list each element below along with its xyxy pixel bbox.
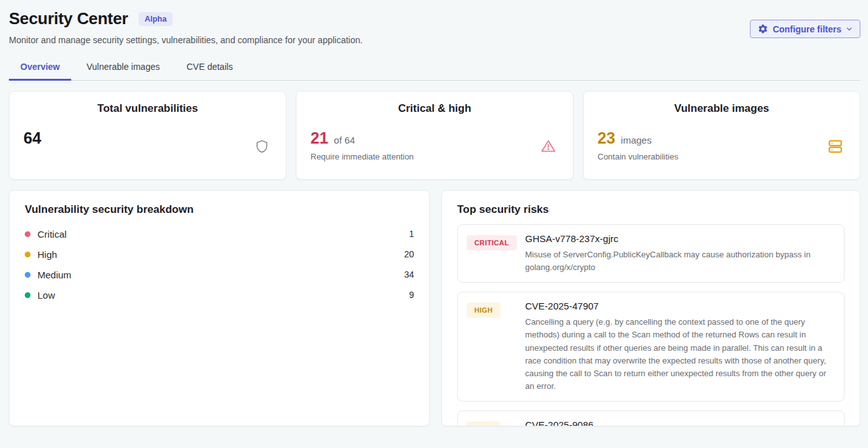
legend-label: High: [37, 249, 57, 260]
medium-dot-icon: [25, 272, 30, 278]
tab-cve-details[interactable]: CVE details: [175, 56, 244, 81]
high-dot-icon: [25, 252, 30, 257]
stat-card-total-vulnerabilities: Total vulnerabilities 64: [9, 91, 286, 180]
risk-id: CVE-2025-47907: [525, 301, 835, 311]
stat-card-title: Total vulnerabilities: [23, 102, 272, 115]
low-dot-icon: [25, 292, 30, 298]
legend-row-high: High 20: [25, 244, 414, 264]
legend-label: Medium: [37, 269, 71, 280]
server-icon: [827, 139, 843, 157]
tab-bar: Overview Vulnerable images CVE details: [9, 56, 860, 81]
breakdown-legend: Critical 1 High 20 Medium 34 Low 9: [25, 224, 414, 305]
risk-card-cve-2025-9086[interactable]: HIGH CVE-2025-9086: [457, 411, 845, 426]
vulnerable-images-value: 23: [598, 129, 615, 147]
alpha-badge: Alpha: [138, 12, 173, 26]
warning-triangle-icon: [540, 139, 556, 156]
gear-icon: [758, 24, 768, 34]
breakdown-title: Vulnerability security breakdown: [25, 203, 414, 216]
legend-value: 1: [409, 229, 414, 239]
risk-card-ghsa-v778-237x-gjrc[interactable]: CRITICAL GHSA-v778-237x-gjrc Misuse of S…: [457, 224, 845, 283]
risk-id: CVE-2025-9086: [525, 419, 835, 426]
configure-filters-button[interactable]: Configure filters: [750, 20, 860, 38]
tab-vulnerable-images[interactable]: Vulnerable images: [75, 56, 171, 81]
page-header: Security Center Alpha: [9, 9, 860, 29]
risk-list: CRITICAL GHSA-v778-237x-gjrc Misuse of S…: [457, 224, 845, 426]
risk-description: Misuse of ServerConfig.PublicKeyCallback…: [525, 248, 835, 274]
legend-value: 9: [409, 290, 414, 300]
stat-card-critical-high: Critical & high 21 of 64 Require immedia…: [296, 91, 573, 180]
lower-panels: Vulnerability security breakdown Critica…: [9, 190, 860, 426]
risk-card-cve-2025-47907[interactable]: HIGH CVE-2025-47907 Cancelling a query (…: [457, 292, 845, 402]
total-vulnerabilities-value: 64: [23, 129, 41, 147]
shield-icon: [255, 139, 269, 157]
tab-overview[interactable]: Overview: [9, 56, 71, 81]
configure-filters-label: Configure filters: [773, 24, 841, 34]
stat-card-title: Vulnerable images: [598, 102, 846, 115]
vulnerable-images-subtext: Contain vulnerabilities: [598, 152, 846, 161]
vulnerability-breakdown-panel: Vulnerability security breakdown Critica…: [9, 190, 430, 426]
stat-card-vulnerable-images: Vulnerable images 23 images Contain vuln…: [583, 91, 860, 180]
critical-high-subtext: Require immediate attention: [310, 152, 559, 161]
severity-badge: HIGH: [467, 302, 500, 318]
severity-badge: HIGH: [467, 421, 500, 426]
critical-high-value: 21: [310, 129, 328, 147]
legend-label: Low: [37, 290, 55, 301]
chevron-down-icon: [846, 25, 853, 32]
legend-label: Critical: [37, 229, 67, 240]
legend-row-medium: Medium 34: [25, 264, 414, 285]
page-title: Security Center: [9, 9, 128, 29]
critical-dot-icon: [25, 231, 30, 237]
legend-row-critical: Critical 1: [25, 224, 414, 244]
risk-id: GHSA-v778-237x-gjrc: [525, 233, 835, 244]
critical-high-suffix: of 64: [334, 135, 355, 146]
legend-row-low: Low 9: [25, 285, 414, 305]
top-security-risks-panel: Top security risks CRITICAL GHSA-v778-23…: [441, 190, 860, 426]
page-subtitle: Monitor and manage security settings, vu…: [9, 35, 860, 45]
legend-value: 34: [404, 269, 414, 280]
top-risks-title: Top security risks: [457, 203, 845, 216]
vulnerable-images-suffix: images: [621, 135, 651, 146]
stat-card-title: Critical & high: [310, 102, 559, 115]
severity-badge: CRITICAL: [467, 235, 517, 250]
stat-card-row: Total vulnerabilities 64 Critical & high…: [9, 91, 860, 180]
legend-value: 20: [404, 249, 414, 259]
risk-description: Cancelling a query (e.g. by cancelling t…: [525, 316, 835, 393]
